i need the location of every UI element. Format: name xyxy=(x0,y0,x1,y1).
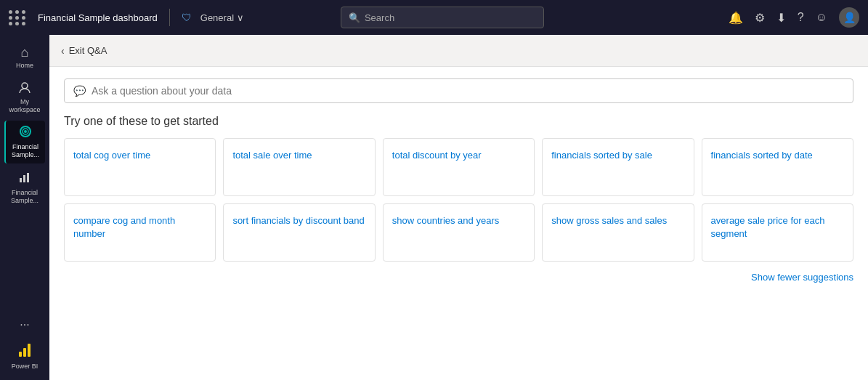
suggestions-grid: total cog over time total sale over time… xyxy=(64,138,853,262)
suggestion-card-1[interactable]: total cog over time xyxy=(64,138,216,196)
sidebar-powerbi-logo[interactable]: Power BI xyxy=(4,337,45,374)
suggestion-card-4[interactable]: financials sorted by sale xyxy=(542,138,694,196)
workspace-selector[interactable]: General ∨ xyxy=(200,12,244,23)
suggestion-text-5: financials sorted by date xyxy=(711,149,813,162)
shield-icon: 🛡 xyxy=(182,12,192,23)
back-arrow-icon: ‹ xyxy=(61,45,65,57)
help-icon[interactable]: ? xyxy=(798,11,804,24)
svg-rect-5 xyxy=(23,175,25,182)
svg-rect-8 xyxy=(23,348,26,357)
bar-chart-icon xyxy=(18,171,31,187)
svg-rect-7 xyxy=(19,352,22,357)
show-fewer-suggestions-link[interactable]: Show fewer suggestions xyxy=(751,272,853,283)
suggestion-card-10[interactable]: average sale price for each segment xyxy=(702,203,853,262)
sidebar-item-home-label: Home xyxy=(16,62,33,70)
show-fewer-container: Show fewer suggestions xyxy=(64,270,853,283)
svg-rect-6 xyxy=(27,173,29,182)
suggestion-card-9[interactable]: show gross sales and sales xyxy=(542,203,694,262)
svg-rect-9 xyxy=(28,344,31,357)
nav-icon-group: 🔔 ⚙ ⬇ ? ☺ 👤 xyxy=(729,7,859,28)
download-icon[interactable]: ⬇ xyxy=(776,11,786,25)
search-icon: 🔍 xyxy=(349,12,360,23)
exit-qa-button[interactable]: ‹ Exit Q&A xyxy=(61,45,107,57)
suggestion-text-4: financials sorted by sale xyxy=(551,149,652,162)
suggestion-card-3[interactable]: total discount by year xyxy=(383,138,535,196)
suggestion-text-6: compare cog and month number xyxy=(73,214,206,240)
home-icon: ⌂ xyxy=(21,45,29,60)
main-layout: ⌂ Home My workspace Financial Sample... xyxy=(0,35,868,380)
suggestion-text-10: average sale price for each segment xyxy=(711,214,844,240)
person-icon xyxy=(18,81,31,97)
apps-grid-icon[interactable] xyxy=(9,10,26,25)
qa-input[interactable] xyxy=(92,85,844,97)
workspace-label: General xyxy=(200,12,234,23)
sidebar-item-home[interactable]: ⌂ Home xyxy=(4,41,45,74)
svg-point-3 xyxy=(24,130,27,133)
sidebar-item-financial-1-label: Financial Sample... xyxy=(9,143,42,159)
suggestion-text-7: sort financials by discount band xyxy=(232,214,364,227)
sidebar-item-my-workspace-label: My workspace xyxy=(7,98,42,114)
search-placeholder: Search xyxy=(365,12,394,23)
svg-rect-4 xyxy=(20,178,22,182)
suggestion-card-7[interactable]: sort financials by discount band xyxy=(223,203,375,262)
nav-divider xyxy=(169,9,170,26)
suggestion-text-9: show gross sales and sales xyxy=(551,214,667,227)
chat-icon: 💬 xyxy=(73,85,86,97)
powerbi-label: Power BI xyxy=(12,363,38,370)
powerbi-icon xyxy=(16,341,33,363)
sidebar-item-financial-sample-2[interactable]: Financial Sample... xyxy=(4,166,45,209)
sidebar-item-financial-2-label: Financial Sample... xyxy=(7,189,42,205)
sidebar-item-my-workspace[interactable]: My workspace xyxy=(4,77,45,118)
svg-point-0 xyxy=(22,83,28,89)
settings-icon[interactable]: ⚙ xyxy=(755,11,765,25)
suggestion-text-1: total cog over time xyxy=(73,149,150,162)
exit-qa-label: Exit Q&A xyxy=(69,45,108,56)
suggestion-card-5[interactable]: financials sorted by date xyxy=(702,138,853,196)
feedback-icon[interactable]: ☺ xyxy=(816,11,827,24)
exit-qa-bar: ‹ Exit Q&A xyxy=(49,35,868,67)
suggestions-title: Try one of these to get started xyxy=(64,115,853,128)
suggestion-card-6[interactable]: compare cog and month number xyxy=(64,203,216,262)
suggestion-text-3: total discount by year xyxy=(392,149,482,162)
global-search[interactable]: 🔍 Search xyxy=(341,7,544,28)
content-area: ‹ Exit Q&A 💬 Try one of these to get sta… xyxy=(49,35,868,380)
suggestion-text-8: show countries and years xyxy=(392,214,499,227)
notifications-icon[interactable]: 🔔 xyxy=(729,11,743,25)
suggestion-text-2: total sale over time xyxy=(232,149,312,162)
sidebar-item-financial-sample-1[interactable]: Financial Sample... xyxy=(4,121,45,163)
suggestion-card-8[interactable]: show countries and years xyxy=(383,203,535,262)
qa-input-wrapper[interactable]: 💬 xyxy=(64,78,853,103)
circular-gauge-icon xyxy=(19,125,32,142)
top-navigation: Financial Sample dashboard 🛡 General ∨ 🔍… xyxy=(0,0,868,35)
user-avatar[interactable]: 👤 xyxy=(839,7,859,28)
qa-section: 💬 Try one of these to get started total … xyxy=(49,67,868,380)
dashboard-title: Financial Sample dashboard xyxy=(38,12,158,23)
sidebar: ⌂ Home My workspace Financial Sample... xyxy=(0,35,49,380)
chevron-down-icon: ∨ xyxy=(237,12,244,23)
suggestion-card-2[interactable]: total sale over time xyxy=(223,138,375,196)
sidebar-more-button[interactable]: ... xyxy=(14,310,35,334)
